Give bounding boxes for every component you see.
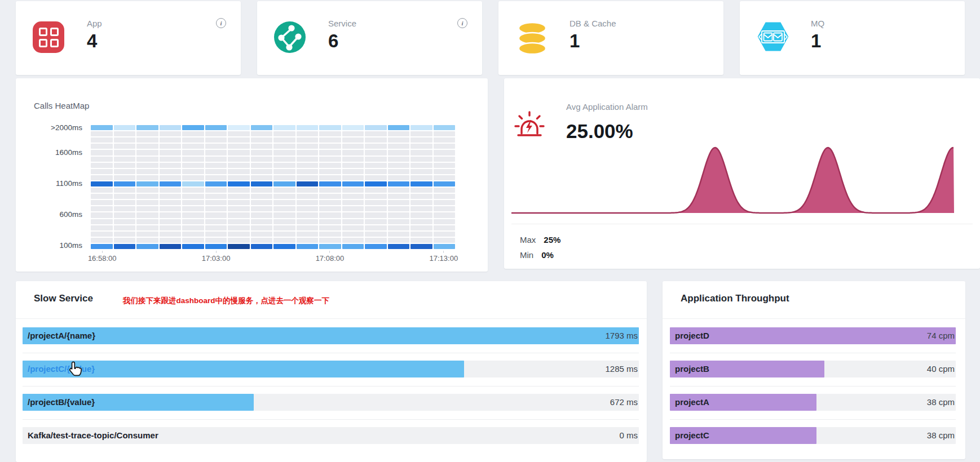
heatmap-cell[interactable] — [297, 244, 319, 249]
heatmap-cell[interactable] — [365, 212, 387, 217]
heatmap-cell[interactable] — [342, 150, 364, 155]
heatmap-cell[interactable] — [410, 238, 432, 243]
heatmap-cell[interactable] — [388, 232, 410, 237]
heatmap-cell[interactable] — [160, 212, 182, 217]
heatmap-cell[interactable] — [182, 131, 204, 136]
heatmap-cell[interactable] — [273, 131, 295, 136]
heatmap-cell[interactable] — [365, 144, 387, 149]
heatmap-cell[interactable] — [114, 163, 136, 168]
heatmap-cell[interactable] — [273, 225, 295, 230]
heatmap-cell[interactable] — [136, 150, 158, 155]
heatmap-cell[interactable] — [365, 238, 387, 243]
heatmap-cell[interactable] — [273, 219, 295, 224]
heatmap-cell[interactable] — [410, 232, 432, 237]
bar-label[interactable]: /projectC/{value} — [28, 361, 95, 377]
heatmap-cell[interactable] — [136, 225, 158, 230]
heatmap-cell[interactable] — [297, 163, 319, 168]
heatmap-cell[interactable] — [434, 194, 456, 199]
heatmap-cell[interactable] — [205, 188, 227, 193]
heatmap-cell[interactable] — [319, 219, 341, 224]
heatmap-cell[interactable] — [297, 212, 319, 217]
bar-label[interactable]: /projectB/{value} — [28, 394, 95, 411]
heatmap-cell[interactable] — [434, 125, 456, 130]
heatmap-cell[interactable] — [205, 181, 227, 186]
heatmap-cell[interactable] — [388, 157, 410, 162]
heatmap-cell[interactable] — [160, 175, 182, 180]
heatmap-cell[interactable] — [297, 225, 319, 230]
heatmap-cell[interactable] — [251, 150, 273, 155]
heatmap-cell[interactable] — [228, 169, 250, 174]
heatmap-cell[interactable] — [388, 212, 410, 217]
heatmap-cell[interactable] — [182, 200, 204, 205]
heatmap-cell[interactable] — [319, 163, 341, 168]
heatmap-cell[interactable] — [365, 131, 387, 136]
heatmap-cell[interactable] — [434, 238, 456, 243]
heatmap-cell[interactable] — [91, 194, 113, 199]
heatmap-cell[interactable] — [365, 181, 387, 186]
heatmap-cell[interactable] — [365, 232, 387, 237]
heatmap-cell[interactable] — [136, 125, 158, 130]
heatmap-cell[interactable] — [205, 194, 227, 199]
heatmap-cell[interactable] — [342, 125, 364, 130]
heatmap-cell[interactable] — [91, 131, 113, 136]
heatmap-cell[interactable] — [114, 144, 136, 149]
heatmap-cell[interactable] — [182, 219, 204, 224]
heatmap-cell[interactable] — [251, 169, 273, 174]
heatmap-cell[interactable] — [91, 212, 113, 217]
heatmap-cell[interactable] — [388, 137, 410, 143]
slow-service-row[interactable]: Kafka/test-trace-topic/Consumer0 ms — [23, 427, 639, 444]
heatmap-cell[interactable] — [91, 219, 113, 224]
heatmap-cell[interactable] — [114, 238, 136, 243]
heatmap-cell[interactable] — [91, 169, 113, 174]
heatmap-cell[interactable] — [251, 157, 273, 162]
heatmap-cell[interactable] — [342, 188, 364, 193]
heatmap-cell[interactable] — [388, 219, 410, 224]
heatmap-cell[interactable] — [297, 144, 319, 149]
alarm-area-chart[interactable] — [511, 137, 954, 216]
heatmap-cell[interactable] — [365, 225, 387, 230]
heatmap-cell[interactable] — [160, 150, 182, 155]
heatmap-cell[interactable] — [91, 125, 113, 130]
heatmap-cell[interactable] — [228, 181, 250, 186]
heatmap-cell[interactable] — [182, 144, 204, 149]
bar-label[interactable]: /projectA/{name} — [28, 327, 95, 344]
heatmap-cell[interactable] — [342, 163, 364, 168]
heatmap-cell[interactable] — [342, 238, 364, 243]
heatmap-cell[interactable] — [136, 244, 158, 249]
heatmap-cell[interactable] — [388, 150, 410, 155]
heatmap-cell[interactable] — [410, 219, 432, 224]
heatmap-cell[interactable] — [319, 244, 341, 249]
heatmap-cell[interactable] — [410, 194, 432, 199]
heatmap-cell[interactable] — [273, 244, 295, 249]
heatmap-cell[interactable] — [91, 238, 113, 243]
heatmap-cell[interactable] — [160, 163, 182, 168]
heatmap-cell[interactable] — [182, 206, 204, 211]
heatmap-cell[interactable] — [91, 137, 113, 143]
heatmap-cell[interactable] — [182, 232, 204, 237]
heatmap-cell[interactable] — [388, 125, 410, 130]
stat-card-app[interactable]: App 4 i — [16, 1, 241, 75]
heatmap-cell[interactable] — [182, 163, 204, 168]
heatmap-cell[interactable] — [251, 175, 273, 180]
heatmap-cell[interactable] — [251, 206, 273, 211]
heatmap-cell[interactable] — [228, 150, 250, 155]
heatmap-cell[interactable] — [297, 181, 319, 186]
heatmap-cell[interactable] — [228, 206, 250, 211]
heatmap-cell[interactable] — [91, 175, 113, 180]
heatmap-cell[interactable] — [319, 181, 341, 186]
heatmap-cell[interactable] — [410, 163, 432, 168]
heatmap-cell[interactable] — [273, 144, 295, 149]
heatmap-cell[interactable] — [114, 188, 136, 193]
heatmap-cell[interactable] — [297, 200, 319, 205]
heatmap-cell[interactable] — [273, 169, 295, 174]
heatmap-cell[interactable] — [273, 200, 295, 205]
heatmap-cell[interactable] — [251, 181, 273, 186]
heatmap-cell[interactable] — [273, 194, 295, 199]
heatmap-cell[interactable] — [160, 125, 182, 130]
heatmap-cell[interactable] — [365, 125, 387, 130]
heatmap-cell[interactable] — [182, 238, 204, 243]
heatmap-cell[interactable] — [228, 232, 250, 237]
heatmap-cell[interactable] — [388, 194, 410, 199]
heatmap-cell[interactable] — [228, 131, 250, 136]
heatmap-cell[interactable] — [388, 169, 410, 174]
